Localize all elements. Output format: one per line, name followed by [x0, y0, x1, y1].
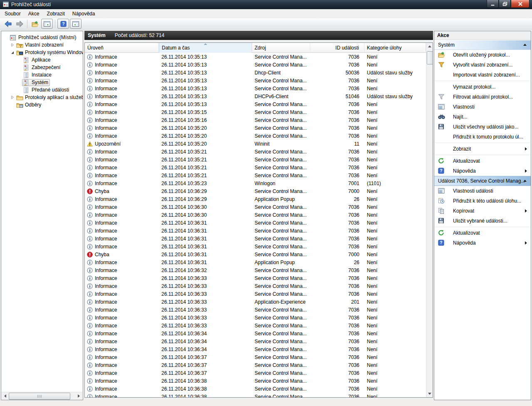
action-vlastnosti[interactable]: Vlastnosti: [434, 102, 531, 112]
collapse-icon[interactable]: [523, 180, 527, 182]
scroll-up-button[interactable]: [426, 43, 433, 50]
event-row[interactable]: Informace 26.11.2014 10:35:15 Service Co…: [85, 108, 426, 116]
event-row[interactable]: Informace 26.11.2014 10:36:29 Applicatio…: [85, 195, 426, 203]
action-filtrovat-aktualni-protokol[interactable]: Filtrovat aktuální protokol...: [434, 92, 531, 102]
table-vertical-scrollbar[interactable]: [426, 43, 433, 397]
sidebar-item-predane-udalosti[interactable]: Předané události: [1, 86, 83, 94]
action-importovat-vlastni-zobrazeni[interactable]: Importovat vlastní zobrazení...: [434, 70, 531, 80]
event-row[interactable]: Informace 26.11.2014 10:35:20 Service Co…: [85, 124, 426, 132]
event-row[interactable]: Informace 26.11.2014 10:36:31 Service Co…: [85, 243, 426, 250]
toolbar-forward-button[interactable]: [14, 19, 25, 28]
column-header-kategorie-ulohy[interactable]: Kategorie úlohy: [364, 43, 426, 53]
event-row[interactable]: Informace 26.11.2014 10:35:20 Service Co…: [85, 132, 426, 140]
event-row[interactable]: Informace 26.11.2014 10:36:34 Service Co…: [85, 345, 426, 353]
event-row[interactable]: Informace 26.11.2014 10:36:33 Service Co…: [85, 290, 426, 298]
event-row[interactable]: Informace 26.11.2014 10:35:13 Service Co…: [85, 61, 426, 69]
action-napoveda[interactable]: ? Nápověda: [434, 166, 531, 176]
menu-zobrazit[interactable]: Zobrazit: [43, 10, 68, 18]
event-row[interactable]: Informace 26.11.2014 10:35:21 Service Co…: [85, 156, 426, 163]
menu-soubor[interactable]: Soubor: [1, 10, 25, 18]
event-row[interactable]: Informace 26.11.2014 10:36:37 Service Co…: [85, 369, 426, 377]
event-row[interactable]: Informace 26.11.2014 10:36:38 Service Co…: [85, 393, 426, 397]
collapse-icon[interactable]: [523, 44, 527, 46]
close-button[interactable]: [511, 0, 530, 8]
event-row[interactable]: Informace 26.11.2014 10:36:31 Service Co…: [85, 235, 426, 243]
event-row[interactable]: Informace 26.11.2014 10:35:13 Service Co…: [85, 77, 426, 84]
expander-collapsed-icon[interactable]: [10, 42, 15, 48]
scroll-down-button[interactable]: [426, 390, 433, 397]
scroll-thumb[interactable]: [427, 51, 433, 64]
menu-akce[interactable]: Akce: [25, 10, 43, 18]
event-row[interactable]: Informace 26.11.2014 10:35:21 Service Co…: [85, 163, 426, 171]
action-aktualizovat[interactable]: Aktualizovat: [434, 228, 531, 238]
toolbar-console-tree-button[interactable]: [41, 19, 53, 29]
tree-horizontal-scrollbar[interactable]: [2, 392, 82, 399]
event-row[interactable]: Informace 26.11.2014 10:36:33 Service Co…: [85, 274, 426, 282]
action-otevrit-ulozeny-protokol[interactable]: Otevřít uložený protokol...: [434, 50, 531, 60]
action-aktualizovat[interactable]: Aktualizovat: [434, 156, 531, 166]
menu-napoveda[interactable]: Nápověda: [69, 10, 99, 18]
event-row[interactable]: Informace 26.11.2014 10:35:13 DHCPv6-Cli…: [85, 92, 426, 100]
event-row[interactable]: Informace 26.11.2014 10:36:37 Service Co…: [85, 353, 426, 361]
sidebar-item-aplikace[interactable]: Aplikace: [1, 56, 83, 64]
event-row[interactable]: Informace 26.11.2014 10:36:33 Service Co…: [85, 306, 426, 314]
event-row[interactable]: Informace 26.11.2014 10:36:33 Service Co…: [85, 314, 426, 322]
sidebar-item-odbery[interactable]: Odběry: [1, 101, 83, 109]
scroll-right-button[interactable]: [75, 392, 82, 399]
event-row[interactable]: Informace 26.11.2014 10:36:31 Service Co…: [85, 227, 426, 235]
sidebar-item-zabezpeceni[interactable]: Zabezpečení: [1, 64, 83, 71]
action-zobrazit[interactable]: Zobrazit: [434, 144, 531, 154]
event-row[interactable]: Informace 26.11.2014 10:36:32 Service Co…: [85, 266, 426, 274]
section-header-system[interactable]: Systém: [434, 40, 531, 50]
scroll-left-button[interactable]: [2, 392, 9, 399]
event-row[interactable]: Informace 26.11.2014 10:35:21 Service Co…: [85, 148, 426, 156]
event-row[interactable]: Informace 26.11.2014 10:36:33 Service Co…: [85, 282, 426, 290]
action-pridruzit-k-tomuto-protokolu-ul[interactable]: Přidružit k tomuto protokolu úl...: [434, 132, 531, 142]
sidebar-item-protokoly-systemu-windows[interactable]: Protokoly systému Windows: [1, 49, 83, 56]
event-row[interactable]: Informace 26.11.2014 10:35:21 Service Co…: [85, 171, 426, 179]
event-row[interactable]: Informace 26.11.2014 10:36:38 Service Co…: [85, 385, 426, 393]
event-row[interactable]: Informace 26.11.2014 10:36:30 Service Co…: [85, 211, 426, 219]
toolbar-action-pane-button[interactable]: [70, 19, 82, 29]
action-ulozit-vybrane-udalosti[interactable]: Uložit vybrané události...: [434, 216, 531, 226]
event-row[interactable]: Informace 26.11.2014 10:36:33 Applicatio…: [85, 298, 426, 306]
scroll-thumb[interactable]: [9, 393, 70, 400]
event-row[interactable]: Informace 26.11.2014 10:36:31 Applicatio…: [85, 258, 426, 266]
action-najit[interactable]: Najít...: [434, 112, 531, 122]
event-row[interactable]: Informace 26.11.2014 10:36:33 Service Co…: [85, 322, 426, 329]
event-row[interactable]: Informace 26.11.2014 10:35:13 Service Co…: [85, 84, 426, 92]
event-row[interactable]: Informace 26.11.2014 10:36:31 Service Co…: [85, 219, 426, 227]
event-row[interactable]: Informace 26.11.2014 10:36:34 Service Co…: [85, 337, 426, 345]
action-vytvorit-vlastni-zobrazeni[interactable]: Vytvořit vlastní zobrazení...: [434, 60, 531, 70]
section-header-udalost-7036-service-control-manag[interactable]: Událost 7036, Service Control Manag...: [434, 176, 531, 186]
event-row[interactable]: Informace 26.11.2014 10:35:23 Winlogon 7…: [85, 179, 426, 187]
event-row[interactable]: Informace 26.11.2014 10:35:13 Service Co…: [85, 100, 426, 108]
restore-button[interactable]: [499, 0, 511, 8]
event-row[interactable]: Chyba 26.11.2014 10:36:29 Service Contro…: [85, 187, 426, 195]
toolbar-help-button[interactable]: ?: [57, 19, 69, 29]
expander-collapsed-icon[interactable]: [10, 94, 15, 100]
event-row[interactable]: Informace 26.11.2014 10:36:38 Service Co…: [85, 377, 426, 385]
sidebar-item-system[interactable]: Systém: [1, 79, 83, 86]
expander-expanded-icon[interactable]: [10, 50, 15, 55]
action-napoveda[interactable]: ? Nápověda: [434, 238, 531, 248]
action-pridruzit-k-teto-udalosti-ulohu[interactable]: Přidružit k této události úlohu...: [434, 196, 531, 206]
action-vymazat-protokol[interactable]: Vymazat protokol...: [434, 82, 531, 92]
toolbar-back-button[interactable]: [2, 19, 13, 28]
event-row[interactable]: Chyba 26.11.2014 10:36:31 Service Contro…: [85, 250, 426, 258]
sidebar-item-vlastni-zobrazeni[interactable]: Vlastní zobrazení: [1, 41, 83, 49]
column-header-datum-a-cas[interactable]: Datum a čas: [159, 43, 252, 53]
event-row[interactable]: Informace 26.11.2014 10:35:16 Service Co…: [85, 116, 426, 124]
event-row[interactable]: Informace 26.11.2014 10:35:13 Service Co…: [85, 53, 426, 61]
titlebar[interactable]: Prohlížeč událostí: [0, 0, 532, 9]
column-header-id-udalosti[interactable]: ID události: [310, 43, 364, 53]
event-row[interactable]: Informace 26.11.2014 10:36:37 Service Co…: [85, 361, 426, 369]
sidebar-item-protokoly-aplikaci-a-sluzeb[interactable]: Protokoly aplikací a služeb: [1, 94, 83, 101]
minimize-button[interactable]: [487, 0, 499, 8]
action-ulozit-vsechny-udalosti-jako[interactable]: Uložit všechny události jako...: [434, 122, 531, 132]
action-kopirovat[interactable]: Kopírovat: [434, 206, 531, 216]
column-header-zdroj[interactable]: Zdroj: [252, 43, 310, 53]
event-row[interactable]: Informace 26.11.2014 10:36:30 Service Co…: [85, 203, 426, 211]
event-row[interactable]: Informace 26.11.2014 10:36:34 Service Co…: [85, 329, 426, 337]
column-header-uroven[interactable]: Úroveň: [85, 43, 159, 53]
